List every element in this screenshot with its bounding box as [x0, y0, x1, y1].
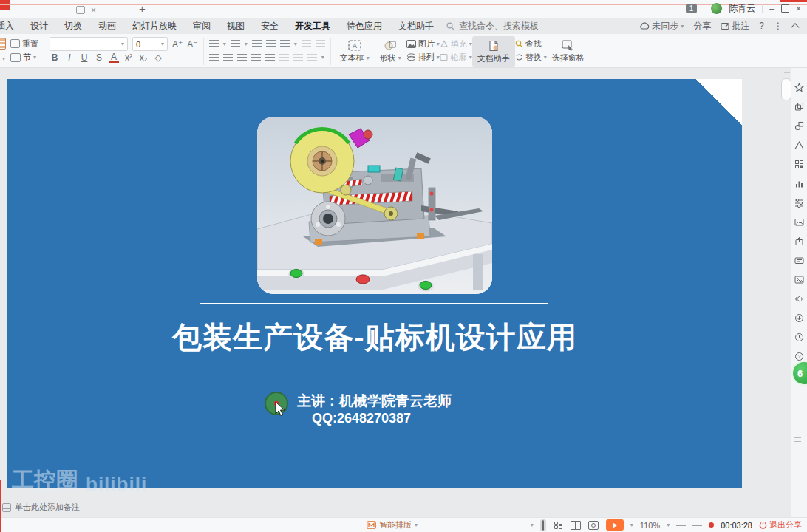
presenter-view-button[interactable]	[588, 520, 599, 530]
more-menu-button[interactable]: ⋮	[774, 21, 783, 31]
indent-increase-icon[interactable]	[266, 40, 276, 47]
command-search[interactable]	[446, 20, 555, 32]
align-middle-icon[interactable]	[293, 54, 303, 61]
line-spacing-icon[interactable]	[280, 40, 290, 47]
chart-icon[interactable]	[794, 179, 804, 188]
smart-layout-button[interactable]: 智能排版 ▾	[367, 519, 418, 531]
find-button[interactable]: 查找	[515, 37, 547, 51]
user-avatar[interactable]	[711, 3, 722, 14]
align-justify-icon[interactable]	[251, 54, 261, 61]
doc-assistant-button[interactable]: 文档助手	[472, 36, 515, 67]
indent-decrease-icon[interactable]	[252, 40, 262, 47]
underline-button[interactable]: U	[79, 52, 89, 63]
triangle-icon[interactable]	[794, 140, 804, 150]
bold-button[interactable]: B	[50, 52, 60, 63]
slide-canvas[interactable]: 包装生产设备-贴标机设计应用 主讲：机械学院青云老师 QQ:2648270387	[7, 79, 742, 488]
menu-security[interactable]: 安全	[253, 20, 287, 33]
tab-pin-icon[interactable]	[76, 6, 85, 14]
collapse-ribbon-icon[interactable]	[791, 23, 799, 31]
play-options-caret[interactable]: ▾	[630, 522, 633, 528]
fill-button[interactable]: 填充▾	[440, 37, 472, 51]
align-distribute-icon[interactable]	[265, 54, 275, 61]
zoom-out-button[interactable]	[676, 525, 686, 526]
clear-format-button[interactable]: ◇	[153, 52, 163, 63]
restore-button[interactable]	[781, 4, 789, 13]
increase-font-button[interactable]: A⁺	[172, 39, 183, 50]
normal-view-button[interactable]	[540, 519, 546, 531]
menu-insert[interactable]: 插入	[0, 20, 22, 33]
picture-panel-icon[interactable]	[794, 275, 804, 284]
selection-pane-button[interactable]: 选择窗格	[547, 36, 590, 67]
export-icon[interactable]	[794, 236, 804, 246]
align-left-icon[interactable]	[209, 54, 219, 61]
notes-bar[interactable]: 单击此处添加备注	[2, 502, 80, 513]
speaker-icon[interactable]	[794, 294, 804, 304]
superscript-button[interactable]: x²	[123, 52, 134, 63]
menu-animation[interactable]: 动画	[90, 20, 124, 33]
font-family-select[interactable]: ▾	[50, 37, 128, 51]
menu-slideshow[interactable]: 幻灯片放映	[124, 20, 185, 33]
sync-status[interactable]: 未同步 ▾	[639, 20, 684, 33]
zoom-in-button[interactable]	[692, 525, 702, 526]
textbox-button[interactable]: A 文本框▾	[335, 36, 375, 67]
menu-design[interactable]: 设计	[22, 20, 56, 33]
shapes-panel-icon[interactable]	[794, 121, 804, 131]
image-insert-icon[interactable]	[794, 217, 804, 227]
notification-badge[interactable]: 1	[686, 4, 698, 13]
menu-view[interactable]: 视图	[219, 20, 253, 33]
outline-view-button[interactable]	[513, 520, 524, 530]
bullet-list-icon[interactable]	[209, 40, 219, 47]
reading-view-button[interactable]	[571, 520, 582, 530]
replace-button[interactable]: 替换▾	[515, 51, 547, 65]
panel-handle-dashes[interactable]	[794, 434, 801, 442]
menu-review[interactable]: 审阅	[185, 20, 219, 33]
download-circle-icon[interactable]	[794, 313, 804, 323]
exit-share-button[interactable]: 退出分享	[759, 519, 802, 531]
align-bottom-icon[interactable]	[307, 54, 317, 61]
comment-button[interactable]: 批注	[721, 20, 749, 33]
arrange-button[interactable]: 排列▾	[406, 51, 440, 65]
reset-button[interactable]: 重置	[10, 37, 38, 51]
italic-button[interactable]: I	[64, 52, 75, 63]
slide-sorter-button[interactable]	[553, 520, 564, 530]
share-button[interactable]: 分享	[693, 20, 711, 33]
help-button[interactable]: ?	[759, 21, 764, 31]
presenter-text[interactable]: 主讲：机械学院青云老师	[297, 392, 452, 411]
history-clock-icon[interactable]	[794, 332, 804, 342]
align-right-icon[interactable]	[237, 54, 247, 61]
document-tab[interactable]: ×	[76, 6, 96, 14]
slide-layout-button[interactable]: 式▾	[0, 36, 9, 67]
user-name[interactable]: 陈青云	[729, 2, 755, 15]
apps-grid-icon[interactable]	[794, 160, 804, 169]
subscript-button[interactable]: x₂	[138, 52, 149, 63]
shapes-button[interactable]: 形状▾	[375, 36, 406, 67]
presenter-badge[interactable]	[263, 391, 290, 418]
slide-title[interactable]: 包装生产设备-贴标机设计应用	[7, 317, 742, 358]
layers-icon[interactable]	[794, 102, 804, 112]
menu-special-apps[interactable]: 特色应用	[338, 20, 390, 33]
zoom-caret[interactable]: ▾	[667, 522, 670, 528]
numbered-list-icon[interactable]	[231, 40, 240, 47]
tab-close-icon[interactable]: ×	[91, 7, 96, 14]
new-tab-button[interactable]: +	[139, 2, 146, 15]
search-input[interactable]	[457, 20, 555, 32]
play-slideshow-button[interactable]	[606, 519, 624, 531]
textbox-panel-icon[interactable]	[794, 256, 804, 265]
zoom-level[interactable]: 110%	[640, 521, 660, 530]
text-direction-icon[interactable]	[316, 40, 325, 47]
picture-button[interactable]: 图片▾	[406, 37, 440, 51]
align-center-icon[interactable]	[223, 54, 233, 61]
strikethrough-button[interactable]: S	[94, 52, 104, 63]
font-size-select[interactable]: 0▾	[132, 37, 168, 51]
section-button[interactable]: 节▾	[10, 51, 38, 65]
sliders-icon[interactable]	[794, 198, 804, 208]
close-button[interactable]: ×	[796, 4, 801, 14]
columns-icon[interactable]	[302, 40, 311, 47]
machine-image[interactable]	[257, 117, 492, 294]
effects-icon[interactable]	[794, 83, 804, 92]
minimize-button[interactable]: –	[769, 4, 774, 14]
qq-text[interactable]: QQ:2648270387	[312, 411, 411, 426]
align-top-icon[interactable]	[279, 54, 289, 61]
menu-doc-assistant[interactable]: 文档助手	[390, 20, 442, 33]
vertical-scrollbar[interactable]	[781, 78, 791, 100]
